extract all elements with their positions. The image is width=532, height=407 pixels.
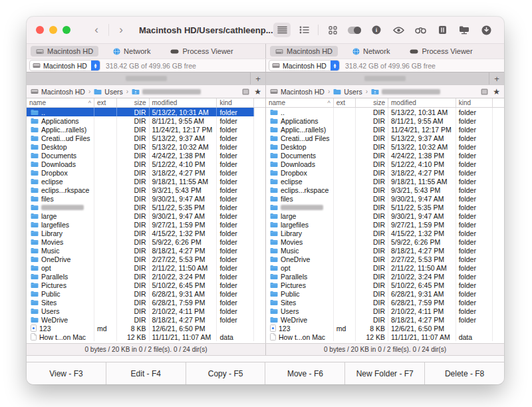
name-cell[interactable]: Applications [27, 116, 94, 125]
name-cell[interactable]: largefiles [27, 220, 94, 229]
download-icon[interactable] [477, 23, 495, 37]
drive-select[interactable]: Macintosh HD ▲▼ [269, 60, 340, 71]
breadcrumb-drive[interactable]: Macintosh HD [31, 88, 85, 96]
close-window-button[interactable] [36, 26, 44, 34]
view-options-icon[interactable] [242, 88, 249, 95]
name-cell[interactable]: Public [27, 289, 94, 298]
column-header-ext[interactable]: ext [334, 98, 356, 107]
file-row[interactable]: largeDIR9/30/21, 9:47 AMfolder [266, 211, 504, 220]
name-cell[interactable]: Dropbox [266, 168, 334, 177]
file-row[interactable]: PicturesDIR5/10/22, 6:45 PMfolder [27, 281, 265, 289]
column-header-name[interactable]: name^ [266, 98, 334, 107]
file-row[interactable]: DropboxDIR3/18/22, 4:27 PMfolder [266, 168, 504, 177]
name-cell[interactable]: Documents [266, 151, 334, 160]
name-cell[interactable]: Pictures [27, 281, 94, 289]
name-cell[interactable]: 123 [27, 324, 94, 333]
file-row[interactable]: 123md8 KB12/6/21, 6:50 PM [266, 324, 504, 333]
name-cell[interactable]: Applications [266, 116, 334, 125]
file-row[interactable]: eclipseDIR9/18/21, 11:55 AMfolder [27, 177, 265, 186]
column-header-name[interactable]: name^ [27, 98, 94, 107]
name-cell[interactable]: Public [266, 289, 334, 298]
info-icon[interactable]: i [368, 23, 385, 37]
file-row[interactable]: How t...on Mac12 KB11/11/21, 11:07 AMdat… [266, 333, 504, 341]
file-row[interactable]: SitesDIR6/28/21, 7:59 PMfolder [27, 298, 265, 307]
name-cell[interactable]: Parallels [27, 272, 94, 281]
file-row[interactable]: WeDriveDIR8/18/21, 4:27 PMfolder [27, 315, 265, 324]
file-row[interactable]: LibraryDIR4/15/22, 1:32 PMfolder [27, 229, 265, 237]
file-row[interactable]: Applic...rallels)DIR11/24/21, 12:17 PMfo… [27, 125, 265, 134]
file-row[interactable]: largefilesDIR9/27/21, 1:59 PMfolder [27, 220, 265, 229]
file-row[interactable]: DIR5/11/22, 5:35 PMfolder [266, 203, 504, 211]
forward-button[interactable]: › [112, 24, 130, 37]
file-row[interactable]: DownloadsDIR5/12/22, 4:10 PMfolder [266, 160, 504, 168]
name-cell[interactable]: Desktop [27, 142, 94, 151]
breadcrumb-drive[interactable]: Macintosh HD [270, 88, 325, 96]
network-folder-icon[interactable] [456, 23, 473, 37]
detail-list-view-icon[interactable] [295, 23, 313, 37]
breadcrumb-users[interactable]: Users [94, 88, 122, 96]
file-row[interactable]: DesktopDIR5/13/22, 10:32 AMfolder [266, 142, 504, 151]
file-row[interactable]: DocumentsDIR4/24/22, 1:38 PMfolder [27, 151, 265, 160]
split-view-icon[interactable] [434, 23, 451, 37]
file-row[interactable]: filesDIR9/30/21, 9:47 AMfolder [266, 194, 504, 203]
column-header-size[interactable]: size [117, 98, 150, 107]
name-cell[interactable]: 123 [266, 324, 334, 333]
toggle-icon[interactable] [346, 23, 363, 37]
eye-icon[interactable] [390, 23, 407, 37]
file-row[interactable]: DropboxDIR3/18/22, 4:27 PMfolder [27, 168, 265, 177]
file-row[interactable]: eclips...rkspaceDIR9/3/21, 5:43 PMfolder [266, 186, 504, 194]
column-header-kind[interactable]: kind [217, 98, 253, 107]
view-f3-button[interactable]: View - F3 [27, 362, 106, 384]
device-tab-macintosh-hd[interactable]: Macintosh HD [31, 46, 98, 57]
column-header-kind[interactable]: kind [456, 98, 493, 107]
file-row[interactable]: largefilesDIR9/27/21, 1:59 PMfolder [266, 220, 504, 229]
file-row[interactable]: DesktopDIR5/13/22, 10:32 AMfolder [27, 142, 265, 151]
active-tab-redacted[interactable] [364, 76, 406, 81]
name-cell[interactable] [266, 203, 334, 211]
file-row[interactable]: OneDriveDIR2/27/22, 5:53 PMfolder [266, 255, 504, 263]
file-row[interactable]: WeDriveDIR8/18/21, 4:27 PMfolder [266, 315, 504, 324]
favorite-star-icon[interactable]: ★ [493, 88, 500, 96]
name-cell[interactable]: Library [266, 229, 334, 237]
file-row[interactable]: optDIR2/11/22, 11:50 AMfolder [266, 263, 504, 272]
name-cell[interactable]: Applic...rallels) [27, 125, 94, 134]
file-row[interactable]: MusicDIR8/18/21, 4:27 PMfolder [27, 246, 265, 255]
file-row[interactable]: optDIR2/11/22, 11:50 AMfolder [27, 263, 265, 272]
file-row[interactable]: ParallelsDIR2/10/22, 3:24 PMfolder [27, 272, 265, 281]
file-row[interactable]: 123md8 KB12/6/21, 6:50 PM [27, 324, 265, 333]
name-cell[interactable]: files [266, 194, 334, 203]
name-cell[interactable]: opt [266, 263, 334, 272]
file-row[interactable]: PublicDIR6/28/21, 9:31 AMfolder [27, 289, 265, 298]
move-f6-button[interactable]: Move - F6 [265, 362, 345, 384]
file-row[interactable]: UsersDIR2/10/22, 4:11 PMfolder [27, 307, 265, 315]
name-cell[interactable] [27, 203, 94, 211]
zoom-window-button[interactable] [63, 26, 70, 34]
file-row[interactable]: DownloadsDIR5/12/22, 4:10 PMfolder [27, 160, 265, 168]
file-row[interactable]: MusicDIR8/18/21, 4:27 PMfolder [266, 246, 504, 255]
breadcrumb-home-redacted[interactable] [132, 88, 201, 95]
name-cell[interactable]: Creati...ud Files [266, 134, 334, 142]
device-tab-process-viewer[interactable]: Process Viewer [165, 46, 238, 57]
add-tab-button[interactable]: + [489, 72, 504, 84]
file-row[interactable]: Creati...ud FilesDIR5/13/22, 9:37 AMfold… [27, 134, 265, 142]
list-view-icon[interactable] [273, 23, 291, 37]
file-row[interactable]: SitesDIR6/28/21, 7:59 PMfolder [266, 298, 504, 307]
file-row[interactable]: Applic...rallels)DIR11/24/21, 12:17 PMfo… [266, 125, 504, 134]
file-row[interactable]: OneDriveDIR2/27/22, 5:53 PMfolder [27, 255, 265, 263]
column-header-modified[interactable]: modified [150, 98, 217, 107]
name-cell[interactable]: Applic...rallels) [266, 125, 334, 134]
name-cell[interactable]: OneDrive [266, 255, 334, 263]
file-row[interactable]: ParallelsDIR2/10/22, 3:24 PMfolder [266, 272, 504, 281]
binoculars-icon[interactable] [412, 23, 429, 37]
file-row[interactable]: PicturesDIR5/10/22, 6:45 PMfolder [266, 281, 504, 289]
active-tab-redacted[interactable] [126, 76, 167, 81]
name-cell[interactable]: .. [27, 108, 94, 116]
name-cell[interactable]: OneDrive [27, 255, 94, 263]
name-cell[interactable]: Downloads [27, 160, 94, 168]
file-row[interactable]: ApplicationsDIR8/11/21, 9:55 AMfolder [266, 116, 504, 125]
name-cell[interactable]: Creati...ud Files [27, 134, 94, 142]
file-row[interactable]: filesDIR9/30/21, 9:47 AMfolder [27, 194, 265, 203]
file-row[interactable]: MoviesDIR5/9/22, 6:26 PMfolder [27, 237, 265, 246]
column-header-modified[interactable]: modified [388, 98, 456, 107]
file-row[interactable]: eclipseDIR9/18/21, 11:55 AMfolder [266, 177, 504, 186]
